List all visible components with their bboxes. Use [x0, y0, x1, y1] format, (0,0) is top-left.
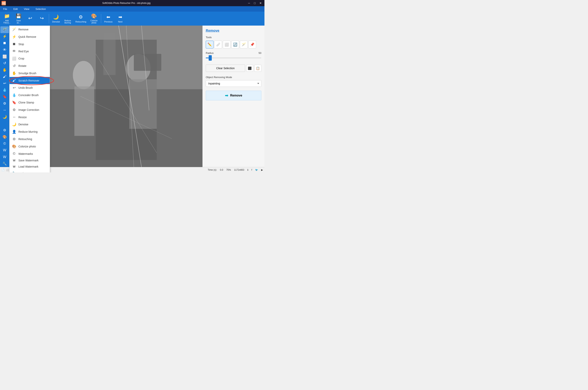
- menu-item-denoise[interactable]: 🌙 Denoise: [9, 121, 50, 128]
- menu-item-undo-brush[interactable]: ↩ Undo Brush: [9, 84, 50, 92]
- lasso-btn[interactable]: 🔄: [231, 41, 239, 49]
- denoise-menu-icon: 🌙: [12, 122, 16, 127]
- tool-undo-brush-icon[interactable]: ↩: [0, 80, 9, 87]
- menu-item-rotate[interactable]: ↺ Rotate: [9, 62, 50, 70]
- redo-button[interactable]: ↪: [36, 12, 47, 25]
- right-panel: Remove Tools ✏️ 🩹 ⬜ 🔄 🪄 📌 Radius: [202, 26, 264, 167]
- menu-edit[interactable]: Edit: [12, 7, 19, 11]
- brush-tool-icon: ✏️: [207, 43, 212, 47]
- menu-item-resize[interactable]: ↔ Resize: [9, 113, 50, 121]
- stamp-btn[interactable]: 📌: [248, 41, 256, 49]
- menu-item-retouching[interactable]: ⚙ Retouching: [9, 135, 50, 143]
- save-as-button[interactable]: 💾 Save as...: [13, 12, 24, 25]
- colorize-button[interactable]: 🎨 Colorize photo: [89, 12, 99, 25]
- main-layout: 🪄 ⚡ ⏹ 👁 ⬜ ↺ ✋ 🖌 ↩ 💧 🔖 ⚙ ↔ 🌙 👤 ⚙ 🎨 © W W …: [0, 26, 264, 167]
- selection-copy-icon: 📋: [256, 66, 260, 70]
- eraser-tool-btn[interactable]: 🩹: [214, 41, 222, 49]
- tool-colorize-icon[interactable]: 🎨: [0, 134, 9, 140]
- rect-select-btn[interactable]: ⬜: [223, 41, 231, 49]
- tool-resize-icon[interactable]: ↔: [0, 107, 9, 113]
- red-eye-icon: 👁: [12, 49, 16, 53]
- menu-selection[interactable]: Selection: [34, 7, 47, 11]
- menu-item-smudge[interactable]: ✋ Smudge Brush: [9, 70, 50, 77]
- tool-clone-icon[interactable]: 🔖: [0, 93, 9, 100]
- tool-stop-icon[interactable]: ⏹: [0, 40, 9, 47]
- status-select-icon: ⬜: [6, 169, 9, 171]
- undo-brush-icon: ↩: [12, 86, 16, 90]
- tool-correction-icon[interactable]: ⚙: [0, 100, 9, 107]
- menu-item-options[interactable]: 🔧 Options: [9, 170, 50, 172]
- status-time-label: Time (s):: [208, 169, 217, 171]
- radius-value: 50: [259, 51, 261, 54]
- tool-save-watermark-icon[interactable]: W: [0, 147, 9, 154]
- svg-rect-4: [103, 33, 115, 75]
- brush-tool-btn[interactable]: ✏️: [206, 41, 213, 49]
- tool-load-watermark-icon[interactable]: W: [0, 154, 9, 160]
- panel-title: Remove: [206, 29, 261, 33]
- menu-item-crop[interactable]: ⬜ Crop: [9, 55, 50, 62]
- menu-item-watermarks[interactable]: © Watermarks: [9, 150, 50, 157]
- menu-item-stop[interactable]: ⏹ Stop: [9, 41, 50, 48]
- tool-quick-remove-icon[interactable]: ⚡: [0, 33, 9, 40]
- canvas-area: [50, 26, 202, 167]
- next-label: Next: [118, 21, 123, 23]
- retouching-icon: ⚙: [79, 14, 83, 20]
- stop-label: Stop: [18, 43, 24, 46]
- menu-item-clone[interactable]: 🔖 Clone Stamp: [9, 99, 50, 106]
- selection-rect-icon-btn[interactable]: ⬛: [246, 65, 253, 72]
- undo-button[interactable]: ↩: [25, 12, 36, 25]
- tool-scratch-remover-icon[interactable]: 🖌: [0, 73, 9, 80]
- status-twitter-icon[interactable]: 🐦: [255, 169, 258, 171]
- menu-item-save-watermark[interactable]: W Save Watermark: [9, 157, 50, 163]
- tool-red-eye-icon[interactable]: 👁: [0, 47, 9, 53]
- save-watermark-label: Save Watermark: [18, 159, 39, 162]
- tool-options-icon[interactable]: 🔧: [0, 160, 9, 167]
- minimize-button[interactable]: ─: [247, 1, 251, 5]
- toolbar-divider-1: [49, 14, 49, 23]
- tool-reduce-blur-icon[interactable]: 👤: [0, 120, 9, 127]
- correction-icon: ⚙: [12, 108, 16, 112]
- menu-item-quick-remove[interactable]: ⚡ Quick Remove: [9, 33, 50, 41]
- maximize-button[interactable]: □: [253, 1, 257, 5]
- menu-item-correction[interactable]: ⚙ Image Correction: [9, 106, 50, 113]
- tool-rotate-icon[interactable]: ↺: [0, 60, 9, 67]
- clear-selection-button[interactable]: Clear Selection: [206, 64, 245, 72]
- menu-item-concealer[interactable]: 💧 Concealer Brush: [9, 92, 50, 99]
- menu-view[interactable]: View: [22, 7, 31, 11]
- selection-copy-icon-btn[interactable]: 📋: [254, 65, 261, 72]
- tool-watermarks-icon[interactable]: ©: [0, 140, 9, 147]
- status-share-icon[interactable]: ▶: [261, 169, 263, 171]
- menu-item-reduce-blur[interactable]: 👤 Reduce blurring: [9, 128, 50, 135]
- status-info-icon: ℹ: [247, 169, 248, 171]
- tool-smudge-icon[interactable]: ✋: [0, 66, 9, 73]
- options-label: Options: [18, 172, 28, 172]
- add-files-button[interactable]: 📁 Add File(s)...: [1, 12, 12, 25]
- menu-item-colorize[interactable]: 🎨 Colorize photo: [9, 143, 50, 150]
- next-button[interactable]: ➡ Next: [115, 12, 126, 25]
- previous-button[interactable]: ⬅ Previous: [103, 12, 114, 25]
- tool-retouching-icon[interactable]: ⚙: [0, 127, 9, 134]
- slider-thumb[interactable]: [209, 55, 212, 61]
- tool-denoise-icon[interactable]: 🌙: [0, 113, 9, 120]
- tool-concealer-icon[interactable]: 💧: [0, 87, 9, 93]
- tool-crop-icon[interactable]: ⬜: [0, 53, 9, 60]
- close-button[interactable]: ✕: [258, 1, 263, 5]
- menu-item-load-watermark[interactable]: W Load Watermark: [9, 163, 50, 170]
- denoise-button[interactable]: 🌙 Denoise: [50, 12, 61, 25]
- status-facebook-icon[interactable]: f: [251, 169, 252, 171]
- stop-icon: ⏹: [12, 42, 16, 46]
- object-mode-select[interactable]: InpaintingSmart FillSimple Fill: [206, 80, 261, 87]
- menu-item-remove[interactable]: 🪄 Remove: [9, 26, 50, 33]
- radius-slider[interactable]: [206, 56, 261, 60]
- stamp-icon: 📌: [250, 43, 254, 47]
- reduce-blurring-button[interactable]: 👤 Reduce blurring: [62, 12, 73, 25]
- menu-file[interactable]: File: [1, 7, 9, 11]
- retouching-button[interactable]: ⚙ Retouching: [74, 12, 88, 25]
- menu-item-scratch-remover[interactable]: 🖌 Scratch Remover: [9, 77, 50, 84]
- remove-button[interactable]: ➡ Remove: [206, 91, 261, 100]
- tool-remove-icon[interactable]: 🪄: [0, 26, 9, 33]
- menu-item-red-eye[interactable]: 👁 Red Eye: [9, 48, 50, 55]
- reduce-blurring-icon: 👤: [65, 13, 71, 19]
- photo-display: [50, 26, 202, 167]
- magic-wand-btn[interactable]: 🪄: [240, 41, 247, 49]
